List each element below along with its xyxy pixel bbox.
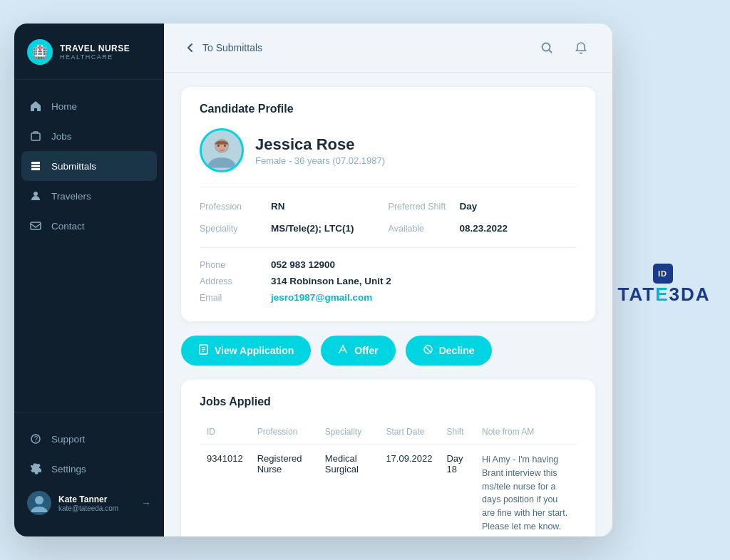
decline-icon [423,344,433,357]
svg-point-11 [543,43,550,51]
svg-point-15 [217,145,220,147]
available-value: 08.23.2022 [460,223,508,234]
sidebar-item-contact[interactable]: Contact [14,211,164,241]
available-row: Available 08.23.2022 [389,219,577,237]
offer-label: Offer [354,345,378,356]
sidebar-item-submittals[interactable]: Submittals [21,151,157,181]
address-row: Address 314 Robinson Lane, Unit 2 [200,273,577,289]
jobs-applied-title: Jobs Applied [200,395,577,408]
main-content: To Submittals [164,24,612,536]
logout-icon[interactable]: → [141,497,151,509]
user-info: Kate Tanner kate@tateeda.com [58,494,134,512]
sidebar-bottom: ? Support Settings [14,412,164,536]
profession-label: Profession [200,202,264,212]
profile-sub: Female - 36 years (07.02.1987) [255,155,385,166]
header-actions [535,36,592,59]
col-profession: Profession [250,421,318,445]
avatar [27,491,51,515]
preferred-shift-row: Preferred Shift Day [389,197,577,215]
notification-icon[interactable] [570,36,592,59]
back-button[interactable]: To Submittals [184,41,262,54]
cell-note: Hi Amy - I'm having Brant interview this… [475,445,577,537]
sidebar-item-jobs[interactable]: Jobs [14,121,164,151]
sidebar-nav: Home Jobs [14,80,164,412]
user-profile: Kate Tanner kate@tateeda.com → [14,484,164,522]
view-application-button[interactable]: View Application [181,336,311,365]
address-label: Address [200,276,264,286]
svg-line-22 [426,348,430,352]
jobs-table-wrapper: ID Profession Speciality Start Date Shif… [200,421,577,536]
avatar [200,128,244,172]
cell-speciality: Medical Surgical [318,445,379,537]
brand-icon: ID [653,264,673,284]
svg-rect-5 [31,168,40,170]
home-icon [29,99,43,113]
col-speciality: Speciality [318,421,379,445]
page-body: Candidate Profile [164,73,612,536]
speciality-value: MS/Tele(2); LTC(1) [271,223,354,234]
phone-value: 052 983 12900 [271,259,335,270]
sidebar-item-settings[interactable]: Settings [14,454,164,484]
user-name: Kate Tanner [58,494,134,504]
profession-value: RN [271,201,285,212]
preferred-shift-label: Preferred Shift [389,202,453,212]
phone-label: Phone [200,260,264,270]
support-icon: ? [29,432,43,446]
table-header: ID Profession Speciality Start Date Shif… [200,421,577,445]
col-id: ID [200,421,250,445]
svg-text:?: ? [34,435,38,443]
email-row: Email jesro1987@gmail.com [200,289,577,306]
contact-section: Phone 052 983 12900 Address 314 Robinson… [200,247,577,306]
sidebar-item-support[interactable]: ? Support [14,424,164,454]
settings-icon [29,462,43,476]
offer-icon [338,344,349,357]
search-icon[interactable] [535,36,558,59]
main-header: To Submittals [164,24,612,73]
action-buttons: View Application Offer [181,336,595,365]
profile-header: Jessica Rose Female - 36 years (07.02.19… [200,128,577,172]
table-body: 9341012 Registered Nurse Medical Surgica… [200,445,577,537]
svg-rect-4 [31,165,40,167]
view-application-label: View Application [215,345,294,356]
logo-icon: 🏥 [27,39,53,65]
col-note: Note from AM [475,421,577,445]
submittals-icon [29,159,43,173]
profile-name: Jessica Rose [255,135,385,154]
user-email: kate@tateeda.com [58,504,134,512]
preferred-shift-value: Day [460,201,478,212]
svg-point-6 [34,192,38,196]
table-row: 9341012 Registered Nurse Medical Surgica… [200,445,577,537]
profile-info: Jessica Rose Female - 36 years (07.02.19… [255,135,385,166]
jobs-table: ID Profession Speciality Start Date Shif… [200,421,577,536]
email-label: Email [200,293,264,303]
email-value: jesro1987@gmail.com [271,292,372,303]
logo-text: TRAVEL NURSE HEALTHCARE [60,43,130,61]
candidate-profile-title: Candidate Profile [200,103,577,115]
view-application-icon [198,344,209,357]
contact-icon [29,219,43,233]
offer-button[interactable]: Offer [321,336,395,365]
cell-profession: Registered Nurse [250,445,318,537]
svg-rect-3 [31,162,40,164]
svg-point-10 [35,496,43,504]
col-start-date: Start Date [379,421,439,445]
sidebar-item-home[interactable]: Home [14,91,164,121]
jobs-applied-card: Jobs Applied ID Profession Speciality St… [181,380,595,536]
address-value: 314 Robinson Lane, Unit 2 [271,276,391,286]
speciality-row: Speciality MS/Tele(2); LTC(1) [200,219,389,237]
brand-text: TATE3DA [618,284,711,305]
info-grid: Profession RN Preferred Shift Day Specia… [200,187,577,237]
profession-row: Profession RN [200,197,389,215]
back-label: To Submittals [202,42,262,53]
logo-sub: HEALTHCARE [60,53,130,61]
cell-id: 9341012 [200,445,250,537]
travelers-icon [29,189,43,203]
available-label: Available [389,224,453,234]
jobs-icon [29,129,43,143]
svg-rect-2 [31,133,40,140]
sidebar-item-travelers[interactable]: Travelers [14,181,164,211]
sidebar: 🏥 TRAVEL NURSE HEALTHCARE Home [14,24,164,536]
cell-start-date: 17.09.2022 [379,445,439,537]
decline-label: Decline [439,345,475,356]
decline-button[interactable]: Decline [406,336,492,365]
